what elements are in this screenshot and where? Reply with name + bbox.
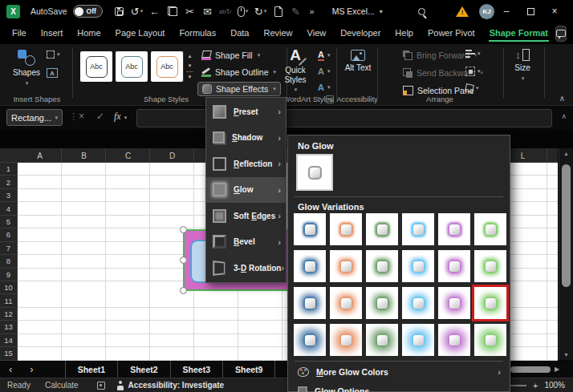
alerts-button[interactable]: ! (456, 6, 469, 17)
more-glow-colors-item[interactable]: More Glow Colors › (294, 363, 506, 381)
glow-swatch-r1c1[interactable] (294, 213, 326, 245)
tab-data[interactable]: Data (223, 24, 256, 42)
glow-swatch-r3c5[interactable] (438, 287, 470, 319)
formula-input[interactable] (136, 109, 552, 127)
zoom-level[interactable]: 100% (544, 381, 565, 390)
row-header-4[interactable]: 4 (0, 202, 18, 215)
quick-styles-button[interactable]: A Quick Styles ▾ (276, 47, 315, 93)
tab-home[interactable]: Home (70, 24, 108, 42)
sheet-tab-sheet1[interactable]: Sheet1 (65, 361, 118, 378)
dialog-launcher-icon[interactable]: ↘ (326, 95, 334, 103)
shape-effects-button[interactable]: Shape Effects ▾ (197, 82, 281, 96)
group-objects-button[interactable]: ▾ (465, 67, 481, 76)
no-glow-swatch[interactable] (296, 154, 333, 191)
row-header-9[interactable]: 9 (0, 269, 18, 281)
tab-insert[interactable]: Insert (34, 24, 71, 42)
row-header-8[interactable]: 8 (0, 255, 18, 268)
shape-handle-top-left[interactable] (180, 226, 187, 233)
row-header-14[interactable]: 14 (0, 334, 18, 347)
glow-swatch-r3c2[interactable] (330, 287, 362, 319)
glow-swatch-r4c3[interactable] (366, 324, 398, 356)
glow-swatch-r4c1[interactable] (294, 324, 326, 356)
tab-file[interactable]: File (5, 24, 34, 42)
menu-item-shadow[interactable]: Shadow› (206, 125, 286, 152)
glow-swatch-r4c6[interactable] (474, 324, 506, 356)
row-header-7[interactable]: 7 (0, 242, 18, 255)
glow-swatch-r1c4[interactable] (402, 213, 434, 245)
tab-formulas[interactable]: Formulas (172, 24, 223, 42)
glow-swatch-r2c6[interactable] (474, 250, 506, 282)
menu-item-glow[interactable]: Glow› (206, 177, 286, 204)
row-header-15[interactable]: 15 (0, 347, 18, 360)
comments-button[interactable] (555, 26, 567, 42)
minimize-button[interactable]: – (494, 2, 518, 20)
row-header-3[interactable]: 3 (0, 189, 18, 202)
glow-swatch-r2c5[interactable] (438, 250, 470, 282)
save-button[interactable] (111, 2, 128, 20)
glow-swatch-r4c4[interactable] (402, 324, 434, 356)
scroll-up-icon[interactable]: ▲ (559, 151, 573, 156)
glow-swatch-r1c3[interactable] (366, 213, 398, 245)
row-header-13[interactable]: 13 (0, 321, 18, 333)
shape-handle-bottom-left[interactable] (180, 287, 187, 294)
new-file-button[interactable] (270, 2, 287, 20)
tab-view[interactable]: View (300, 24, 334, 42)
shape-style-preview-1[interactable]: Abc (80, 51, 112, 82)
name-box[interactable]: Rectang... ▾ (6, 109, 63, 126)
back-button[interactable]: ← (146, 2, 164, 20)
touch-mouse-mode-button[interactable]: ▾ (234, 2, 252, 20)
glow-swatch-r2c4[interactable] (402, 250, 434, 282)
column-header-c[interactable]: C (106, 148, 150, 163)
expand-formula-bar-button[interactable]: ∧ (561, 112, 567, 120)
glow-swatch-r3c1[interactable] (294, 287, 326, 319)
sheet-nav-previous-button[interactable]: ‹ (0, 362, 21, 377)
close-button[interactable]: × (543, 2, 567, 20)
text-outline-button[interactable]: A▾ (318, 65, 330, 78)
glow-swatch-r3c6[interactable] (474, 287, 506, 319)
scroll-down-icon[interactable]: ▼ (559, 352, 573, 358)
shape-style-preview-2[interactable]: Abc (116, 51, 148, 82)
title-dropdown-icon[interactable]: ▾ (380, 8, 383, 15)
glow-swatch-r1c5[interactable] (438, 213, 470, 245)
avatar[interactable]: KJ (479, 4, 494, 19)
size-button[interactable]: ↕ Size ▾ (507, 47, 538, 82)
search-button[interactable] (412, 2, 430, 20)
insert-function-button[interactable]: fx ▾ (114, 111, 127, 123)
row-header-2[interactable]: 2 (0, 176, 18, 188)
glow-swatch-r2c1[interactable] (294, 250, 326, 282)
glow-swatch-r1c6[interactable] (474, 213, 506, 245)
row-header-1[interactable]: 1 (0, 163, 18, 176)
row-header-5[interactable]: 5 (0, 216, 18, 228)
cut-button[interactable]: ✂ (181, 2, 199, 20)
edit-shape-button[interactable]: ▾ (47, 51, 60, 59)
column-header-b[interactable]: B (62, 148, 106, 163)
glow-swatch-r2c2[interactable] (330, 250, 362, 282)
menu-item-preset[interactable]: Preset› (206, 99, 286, 125)
shape-style-preview-3[interactable]: Abc (151, 51, 183, 82)
tab-power-pivot[interactable]: Power Pivot (421, 24, 482, 42)
maximize-button[interactable] (518, 2, 543, 20)
style-scroll-down-button[interactable]: ▼ (184, 61, 196, 71)
horizontal-scrollbar-thumb[interactable] (510, 366, 551, 373)
alt-text-button[interactable]: Alt Text (343, 47, 372, 73)
copy-button[interactable] (164, 2, 181, 20)
style-scroll-up-button[interactable]: ▲ (184, 51, 196, 61)
glow-swatch-r4c5[interactable] (438, 324, 470, 356)
rotate-objects-button[interactable]: ▾ (465, 84, 479, 92)
tab-shape-format[interactable]: Shape Format (482, 24, 555, 42)
horizontal-scrollbar[interactable]: ▶ (510, 365, 570, 374)
row-headers[interactable]: 123456789101112131415 (0, 163, 18, 361)
tab-developer[interactable]: Developer (333, 24, 388, 42)
shape-handle-middle-left[interactable] (180, 257, 187, 264)
glow-options-item[interactable]: Glow Options... (294, 382, 506, 392)
tab-help[interactable]: Help (388, 24, 421, 42)
glow-swatch-r2c3[interactable] (366, 250, 398, 282)
menu-item-3-d-rotation[interactable]: 3-D Rotation› (206, 255, 286, 281)
sheet-tab-sheet2[interactable]: Sheet2 (118, 361, 170, 378)
glow-swatch-r1c2[interactable] (330, 213, 362, 245)
text-box-button[interactable]: A (47, 68, 58, 78)
row-header-12[interactable]: 12 (0, 308, 18, 321)
shape-fill-button[interactable]: Shape Fill ▾ (197, 48, 264, 63)
qat-overflow-button[interactable]: » (310, 6, 315, 16)
row-header-11[interactable]: 11 (0, 294, 18, 307)
